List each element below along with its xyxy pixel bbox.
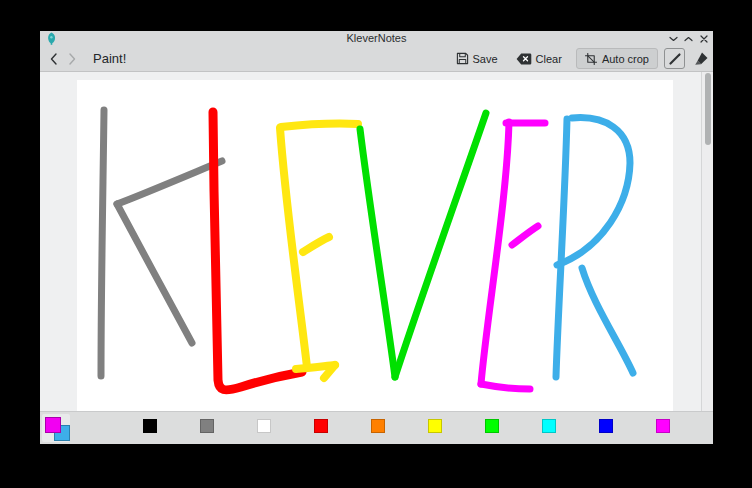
color-swatch-white[interactable] [257,419,271,433]
pen-tool-button[interactable] [664,48,685,69]
chevron-up-icon [684,35,693,43]
stroke-letter-K [117,204,192,343]
back-button[interactable] [45,49,63,69]
drawing-strokes [77,80,673,411]
color-swatch-blue[interactable] [599,419,613,433]
window-controls [666,31,711,46]
save-label: Save [473,53,498,65]
stroke-letter-E-yellow [281,124,358,127]
titlebar[interactable]: KleverNotes [40,31,713,46]
maximize-button[interactable] [681,31,696,46]
stroke-letter-L [213,112,302,390]
autocrop-button[interactable]: Auto crop [576,48,658,69]
chevron-right-icon [67,52,77,66]
stroke-letter-E-magenta [512,226,538,245]
color-swatch-cyan[interactable] [542,419,556,433]
stroke-letter-R [582,268,633,373]
color-swatch-gray[interactable] [200,419,214,433]
stroke-letter-E-magenta [481,384,530,389]
color-palette-bar [40,411,713,444]
color-swatch-black[interactable] [143,419,157,433]
save-button[interactable]: Save [456,52,498,65]
floppy-disk-icon [456,52,469,65]
klevernotes-window: KleverNotes [40,31,713,444]
vertical-scrollbar[interactable] [701,72,713,411]
color-swatch-magenta[interactable] [656,419,670,433]
desktop-background: KleverNotes [0,0,752,488]
stroke-letter-K [101,110,104,376]
eraser-tool-button[interactable] [692,48,710,69]
chevron-left-icon [49,52,59,66]
stroke-letter-K [117,161,222,204]
page-title: Paint! [93,51,126,66]
stroke-letter-V [360,129,395,377]
chevron-down-icon [669,35,678,43]
stroke-letter-V [395,113,486,377]
pen-icon [668,52,682,66]
color-swatch-red[interactable] [314,419,328,433]
clear-button[interactable]: Clear [516,53,562,65]
color-swatch-yellow[interactable] [428,419,442,433]
stroke-letter-R [556,119,567,377]
eraser-icon [694,51,709,66]
minimize-button[interactable] [666,31,681,46]
autocrop-label: Auto crop [602,53,649,65]
canvas-area [40,72,713,411]
window-title: KleverNotes [40,32,713,44]
stroke-letter-E-magenta [481,122,509,384]
backspace-clear-icon [516,53,532,65]
drawing-canvas[interactable] [77,80,673,411]
current-color-indicator[interactable] [42,414,70,442]
crop-icon [585,53,597,65]
forward-button[interactable] [63,49,81,69]
toolbar: Paint! Save Clear [40,46,713,72]
close-icon [700,35,708,43]
close-button[interactable] [696,31,711,46]
clear-label: Clear [536,53,562,65]
color-swatch-green[interactable] [485,419,499,433]
toolbar-actions: Save Clear Auto crop [456,48,710,69]
primary-color-swatch [45,417,61,433]
scrollbar-thumb[interactable] [705,73,711,145]
color-swatch-orange[interactable] [371,419,385,433]
stroke-letter-E-yellow [303,237,329,252]
